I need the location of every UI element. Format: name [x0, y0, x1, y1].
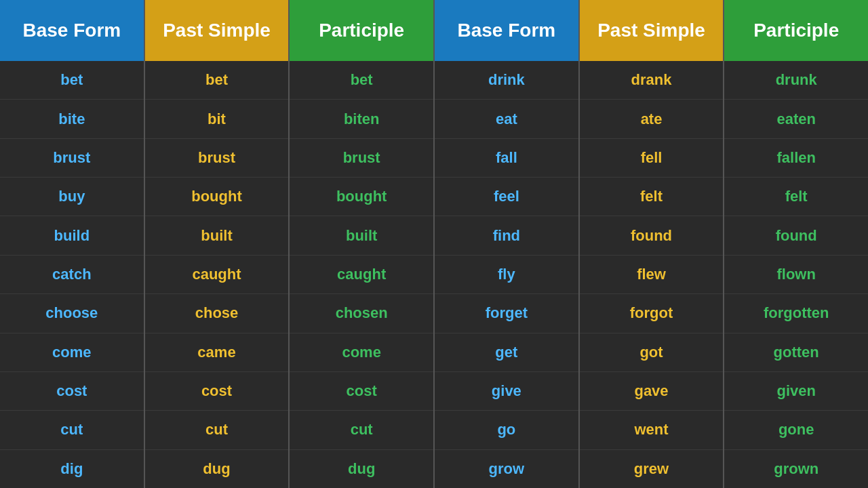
col-body-2: betbitenbrustboughtbuiltcaughtchosencome…	[290, 61, 433, 488]
cell-0-3: buy	[0, 178, 144, 216]
cell-4-1: ate	[580, 100, 724, 138]
cell-2-0: bet	[290, 61, 433, 100]
cell-4-7: got	[580, 333, 724, 372]
col-body-1: betbitbrustboughtbuiltcaughtchosecamecos…	[145, 61, 289, 488]
cell-3-9: go	[435, 411, 578, 449]
cell-5-7: gotten	[724, 333, 868, 372]
cell-5-10: grown	[724, 450, 868, 488]
cell-4-3: felt	[580, 178, 724, 216]
cell-0-9: cut	[0, 411, 144, 449]
cell-3-7: get	[435, 333, 578, 372]
cell-5-1: eaten	[724, 100, 868, 138]
cell-0-0: bet	[0, 61, 144, 100]
cell-1-5: caught	[145, 256, 289, 294]
cell-4-10: grew	[580, 450, 724, 488]
cell-1-8: cost	[145, 372, 289, 411]
cell-3-5: fly	[435, 256, 578, 294]
cell-4-9: went	[580, 411, 724, 449]
cell-2-9: cut	[290, 411, 433, 449]
cell-5-3: felt	[724, 178, 868, 216]
column-5: Participledrunkeatenfallenfeltfoundflown…	[724, 0, 868, 488]
col-header-1: Past Simple	[145, 0, 289, 61]
cell-2-8: cost	[290, 372, 433, 411]
cell-1-10: dug	[145, 450, 289, 488]
cell-5-8: given	[724, 372, 868, 411]
cell-5-0: drunk	[724, 61, 868, 100]
cell-3-4: find	[435, 216, 578, 255]
cell-2-5: caught	[290, 256, 433, 294]
cell-0-1: bite	[0, 100, 144, 138]
col-header-3: Base Form	[435, 0, 578, 61]
cell-0-4: build	[0, 216, 144, 255]
column-4: Past Simpledrankatefellfeltfoundflewforg…	[580, 0, 725, 488]
cell-0-6: choose	[0, 294, 144, 333]
cell-2-7: come	[290, 333, 433, 372]
cell-3-8: give	[435, 372, 578, 411]
cell-1-4: built	[145, 216, 289, 255]
cell-2-2: brust	[290, 139, 433, 178]
cell-1-7: came	[145, 333, 289, 372]
cell-4-0: drank	[580, 61, 724, 100]
column-2: Participlebetbitenbrustboughtbuiltcaught…	[290, 0, 435, 488]
cell-5-4: found	[724, 216, 868, 255]
cell-4-6: forgot	[580, 294, 724, 333]
cell-1-1: bit	[145, 100, 289, 138]
col-body-4: drankatefellfeltfoundflewforgotgotgavewe…	[580, 61, 724, 488]
col-body-0: betbitebrustbuybuildcatchchoosecomecostc…	[0, 61, 144, 488]
cell-1-6: chose	[145, 294, 289, 333]
cell-0-5: catch	[0, 256, 144, 294]
col-header-0: Base Form	[0, 0, 144, 61]
column-3: Base Formdrinkeatfallfeelfindflyforgetge…	[435, 0, 580, 488]
cell-2-3: bought	[290, 178, 433, 216]
cell-2-6: chosen	[290, 294, 433, 333]
main-table: Base Formbetbitebrustbuybuildcatchchoose…	[0, 0, 868, 488]
cell-4-2: fell	[580, 139, 724, 178]
cell-5-6: forgotten	[724, 294, 868, 333]
cell-4-5: flew	[580, 256, 724, 294]
col-body-5: drunkeatenfallenfeltfoundflownforgotteng…	[724, 61, 868, 488]
cell-3-2: fall	[435, 139, 578, 178]
cell-4-8: gave	[580, 372, 724, 411]
cell-3-6: forget	[435, 294, 578, 333]
cell-5-5: flown	[724, 256, 868, 294]
cell-1-0: bet	[145, 61, 289, 100]
cell-1-3: bought	[145, 178, 289, 216]
cell-5-9: gone	[724, 411, 868, 449]
cell-2-4: built	[290, 216, 433, 255]
cell-2-1: biten	[290, 100, 433, 138]
cell-1-9: cut	[145, 411, 289, 449]
cell-3-0: drink	[435, 61, 578, 100]
col-body-3: drinkeatfallfeelfindflyforgetgetgivegogr…	[435, 61, 578, 488]
cell-3-1: eat	[435, 100, 578, 138]
cell-3-10: grow	[435, 450, 578, 488]
column-0: Base Formbetbitebrustbuybuildcatchchoose…	[0, 0, 145, 488]
cell-3-3: feel	[435, 178, 578, 216]
cell-0-7: come	[0, 333, 144, 372]
cell-5-2: fallen	[724, 139, 868, 178]
cell-0-8: cost	[0, 372, 144, 411]
cell-0-2: brust	[0, 139, 144, 178]
cell-1-2: brust	[145, 139, 289, 178]
col-header-5: Participle	[724, 0, 868, 61]
col-header-4: Past Simple	[580, 0, 724, 61]
cell-2-10: dug	[290, 450, 433, 488]
cell-0-10: dig	[0, 450, 144, 488]
col-header-2: Participle	[290, 0, 433, 61]
column-1: Past Simplebetbitbrustboughtbuiltcaughtc…	[145, 0, 290, 488]
cell-4-4: found	[580, 216, 724, 255]
